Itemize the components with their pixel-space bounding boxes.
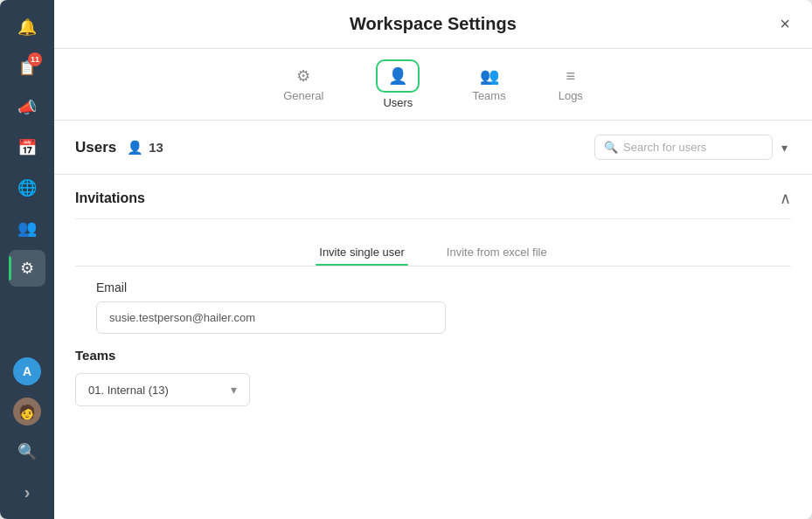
team-select-dropdown[interactable]: 01. Internal (13) ▾: [75, 373, 250, 406]
activity-badge: 11: [28, 52, 42, 66]
sidebar-item-avatar-a[interactable]: A: [9, 353, 45, 390]
sidebar-item-megaphone[interactable]: 📣: [9, 89, 45, 126]
tab-general-label: General: [283, 89, 323, 102]
content-area: Users 👤 13 🔍 ▾ Invit: [54, 121, 812, 519]
invite-excel-tab[interactable]: Invite from excel file: [443, 239, 551, 266]
search-input[interactable]: [623, 141, 763, 154]
tab-users-icon-wrapper: 👤: [376, 59, 420, 93]
collapse-invitations-button[interactable]: ∧: [780, 189, 791, 208]
sidebar-item-team[interactable]: 👥: [9, 210, 45, 246]
users-header: Users 👤 13 🔍 ▾: [54, 121, 812, 175]
sidebar-item-search[interactable]: 🔍: [9, 433, 45, 470]
sidebar-item-avatar-user[interactable]: 🧑: [9, 393, 45, 430]
search-icon: 🔍: [17, 442, 37, 461]
search-box: 🔍: [594, 135, 773, 160]
email-input[interactable]: [96, 301, 446, 334]
tab-teams[interactable]: 👥 Teams: [446, 56, 531, 113]
sidebar-item-expand[interactable]: ›: [9, 474, 45, 510]
invite-single-tab[interactable]: Invite single user: [316, 239, 408, 266]
calendar-icon: 📅: [17, 138, 37, 157]
teams-icon: 👥: [480, 67, 499, 85]
email-label: Email: [96, 280, 770, 294]
avatar-a: A: [13, 357, 41, 385]
tab-general-icon-wrapper: ⚙: [296, 66, 310, 86]
user-count: 13: [149, 140, 163, 155]
tab-users-label: Users: [383, 96, 413, 109]
main-content: Workspace Settings × ⚙ General 👤 Users 👥: [54, 0, 812, 519]
team-dropdown-chevron-icon: ▾: [231, 383, 237, 397]
teams-label: Teams: [75, 348, 791, 363]
invite-tabs: Invite single user Invite from excel fil…: [75, 230, 791, 266]
tab-logs-icon-wrapper: ≡: [566, 67, 576, 86]
sidebar-item-calendar[interactable]: 📅: [9, 129, 45, 166]
team-select-value: 01. Internal (13): [88, 384, 169, 397]
settings-icon: ⚙: [20, 259, 34, 278]
megaphone-icon: 📣: [17, 98, 37, 117]
tab-teams-label: Teams: [472, 89, 505, 102]
modal-title: Workspace Settings: [350, 14, 517, 34]
invite-tabs-divider: [75, 266, 791, 266]
tab-users[interactable]: 👤 Users: [350, 49, 446, 120]
avatar-user: 🧑: [13, 398, 41, 426]
sidebar-item-globe[interactable]: 🌐: [9, 170, 45, 206]
tab-general[interactable]: ⚙ General: [257, 56, 350, 113]
sidebar-item-settings[interactable]: ⚙: [9, 250, 45, 287]
sidebar-item-activity[interactable]: 📋 11: [9, 49, 45, 86]
search-area: 🔍 ▾: [594, 135, 791, 160]
invitations-header: Invitations ∧: [75, 189, 791, 208]
close-button[interactable]: ×: [772, 11, 798, 38]
globe-icon: 🌐: [17, 178, 37, 197]
search-chevron-button[interactable]: ▾: [778, 137, 791, 158]
chevron-up-icon: ∧: [780, 190, 791, 207]
invitations-divider: [75, 218, 791, 219]
email-form-section: Email: [75, 280, 791, 334]
general-icon: ⚙: [296, 67, 310, 85]
user-count-icon: 👤: [127, 140, 143, 156]
notification-icon: 🔔: [17, 17, 37, 37]
sidebar: 🔔 📋 11 📣 📅 🌐 👥 ⚙ A 🧑 🔍: [0, 0, 54, 519]
logs-icon: ≡: [566, 67, 576, 85]
chevron-down-icon: ▾: [781, 141, 788, 155]
users-count-wrapper: 👤 13: [127, 140, 163, 156]
sidebar-item-notification[interactable]: 🔔: [9, 9, 45, 45]
tab-logs[interactable]: ≡ Logs: [532, 57, 609, 113]
tab-logs-label: Logs: [559, 89, 583, 102]
search-box-icon: 🔍: [604, 141, 618, 154]
users-title: Users: [75, 139, 116, 156]
invitations-section: Invitations ∧ Invite single user Invite …: [54, 175, 812, 334]
expand-icon: ›: [24, 482, 31, 502]
teams-section: Teams 01. Internal (13) ▾: [54, 334, 812, 406]
tab-teams-icon-wrapper: 👥: [480, 66, 499, 86]
tabs-bar: ⚙ General 👤 Users 👥 Teams ≡ Log: [54, 49, 812, 121]
team-icon: 👥: [17, 218, 37, 238]
users-icon: 👤: [388, 66, 407, 86]
invitations-title: Invitations: [75, 190, 145, 206]
modal-header: Workspace Settings ×: [54, 0, 812, 49]
